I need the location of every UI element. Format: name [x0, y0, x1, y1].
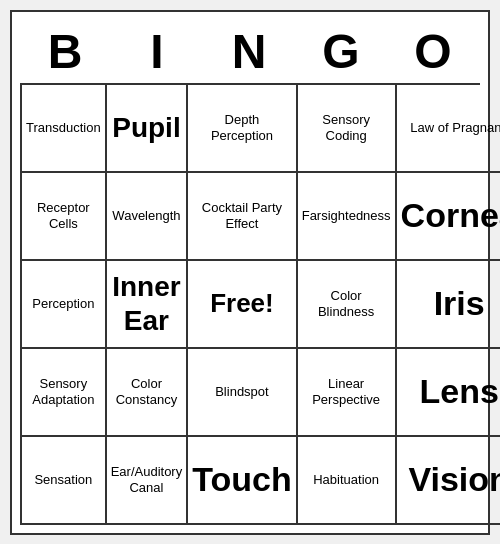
bingo-cell: Farsightedness: [298, 173, 397, 261]
bingo-cell: Color Constancy: [107, 349, 189, 437]
bingo-card: BINGO TransductionPupilDepth PerceptionS…: [10, 10, 490, 535]
bingo-cell: Blindspot: [188, 349, 297, 437]
header-letter: G: [296, 20, 388, 83]
bingo-cell: Free!: [188, 261, 297, 349]
bingo-cell: Pupil: [107, 85, 189, 173]
bingo-cell: Lens: [397, 349, 500, 437]
bingo-cell: Touch: [188, 437, 297, 525]
bingo-cell: Depth Perception: [188, 85, 297, 173]
header-letter: N: [204, 20, 296, 83]
bingo-grid: TransductionPupilDepth PerceptionSensory…: [20, 83, 480, 525]
bingo-cell: Vision: [397, 437, 500, 525]
bingo-cell: Receptor Cells: [22, 173, 107, 261]
bingo-cell: Habituation: [298, 437, 397, 525]
header-letter: B: [20, 20, 112, 83]
bingo-cell: Cornea: [397, 173, 500, 261]
bingo-cell: Ear/Auditory Canal: [107, 437, 189, 525]
bingo-cell: Color Blindness: [298, 261, 397, 349]
bingo-cell: Sensory Coding: [298, 85, 397, 173]
bingo-cell: Perception: [22, 261, 107, 349]
bingo-cell: Cocktail Party Effect: [188, 173, 297, 261]
bingo-cell: Linear Perspective: [298, 349, 397, 437]
header-letter: I: [112, 20, 204, 83]
bingo-cell: Inner Ear: [107, 261, 189, 349]
header-letter: O: [388, 20, 480, 83]
bingo-cell: Iris: [397, 261, 500, 349]
bingo-cell: Wavelength: [107, 173, 189, 261]
bingo-header: BINGO: [20, 20, 480, 83]
bingo-cell: Sensation: [22, 437, 107, 525]
bingo-cell: Law of Pragnanz: [397, 85, 500, 173]
bingo-cell: Sensory Adaptation: [22, 349, 107, 437]
bingo-cell: Transduction: [22, 85, 107, 173]
